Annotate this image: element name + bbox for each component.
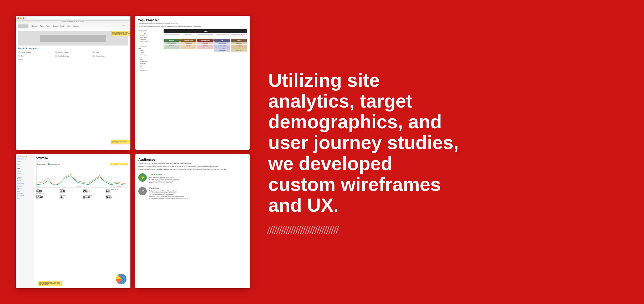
text-area: Utilizing site analytics, target demogra… [258,54,644,250]
sitemap-nav-audiences: Audiences [138,53,161,55]
sitemap-left-nav: Snowflake Mines (1) ▶ Trail Map Lessons … [138,29,161,72]
maximize-dot [23,17,24,19]
stat-users-value: 92,560 [36,190,59,192]
audiences-desc2: However, it's helpful to keep our main a… [138,165,247,167]
stat-pv-value: 567,419 [36,196,59,198]
sitemap-nav-adults: Adults Lessons [138,37,161,38]
grid-item-safety: Mountain Safety [92,55,128,57]
explorers-item3: Are likely to be interested in special d… [149,194,187,195]
sitemap-col-tickets: Tickets & Passes Season Checkout Group S… [180,39,196,52]
stat-sessions: Sessions 174,886 Mobile: 396,328 [83,189,105,194]
plan-header: Plan [214,39,230,42]
wireframe-browser-bar: beavermountain.com [16,16,130,21]
sitemap-nav-event-details: Event Details [138,46,161,48]
analytics-chart: 2018 Jul 2018 Jan 2019 [36,166,128,188]
stat-users: Users 92,560 ▲ New Visitor Mobile Traffi… [36,189,59,194]
sitemap-desc1: The map below illustrates the redistribu… [138,22,247,24]
initiated-name: The Initiated [149,173,179,176]
stat-bounce-value: 32.69% [106,196,129,198]
sitemap-desc2: This map may change further with the rem… [138,26,247,28]
grid-label-food: Food & Beverage [58,55,69,57]
initiated-icon: ⚡ [138,173,147,182]
nav-about: About Us [73,25,79,27]
sitemap-title: Map - Proposed [138,18,247,22]
mountain-sub-location: Location & Hours [164,47,180,49]
col-desc-mountain: Logistics and data for initiated visitor… [164,34,180,38]
audience-initiated: ⚡ The Initiated Have likely skied Beaver… [138,173,247,184]
seasonality-note: Seasonality of traffic is extremely clea… [110,163,128,165]
grid-label-safety: Mountain Safety [96,55,105,57]
sitemap-nav-metrics: Metrics [138,66,161,68]
pie-chart [116,274,126,284]
grid-item-plan: Plan [18,55,54,57]
audiences-screenshot: Audiences The site should do a good job … [135,154,250,288]
mountain-sub-stats: Mountain Stats [164,45,180,47]
sitemap-home: Home [164,29,247,33]
legend-mobile: Users (Mobile Traffic) [48,163,60,165]
analytics-date: Jan 1, 2018 - Jan 31, 2019 [36,160,128,162]
sitemap-nav-tickets2: Tickets & Passes [138,40,161,42]
wireframe-grid: Tickets & Passes Lessons & Rentals Trail… [18,51,128,57]
sitemap-nav-checkout: Checkout [138,42,161,44]
analytics-yellow-note: Desktop users appear less likely to retu… [38,281,62,286]
headline-line7: and UX. [268,195,339,216]
about-sub-diff: Our Difference [231,45,247,47]
initiated-item1: Have likely skied Beaver Mountain before [149,176,179,178]
nav-lessons: Lessons & Rentals [53,25,64,27]
sitemap-col-about: About Us Mountain History Our Difference… [231,39,247,52]
stat-sessionperuser: Number of Sessions per User 1.89 Mobile:… [106,189,129,194]
sidebar-metrics: Metrics [17,191,33,192]
sitemap-nav-kids: Kids Lessons [138,38,161,40]
grid-label-trails: Trails [96,52,99,53]
headline-line4: user journey studies, [268,132,459,153]
svg-text:Jan 2019: Jan 2019 [117,186,122,187]
analytics-legend: Users (Desktop) Users (Mobile Traffic) S… [36,163,128,165]
headline-line2: analytics, target [268,90,412,112]
sitemap-col-plan: Plan Reserve the Mountain Summer at the … [214,39,230,52]
stat-ps-mobile: Mobile: 2.48 [60,198,82,199]
nav-plan: Plan [67,25,70,27]
stat-bounce: Bounce Rate 32.69% Mobile: 46.88% [106,195,129,199]
nav-bar: Mountain Tickets & Passes Lessons & Rent… [16,23,130,29]
stat-users-mobile: Mobile Traffic: 147,295 [36,193,59,194]
main-headline: Utilizing site analytics, target demogra… [268,70,628,216]
explorers-item2: Are likely to be considering other desti… [149,192,187,194]
lessons-sub-private: Private Lessons [197,42,213,44]
explorers-item1: Probably haven't skied Beaver Mountain b… [149,190,187,192]
tickets-header: Tickets & Passes [180,39,196,42]
explorers-item4: Interested in future information more th… [149,196,187,197]
stat-duration: Avg. Session Duration 00:02:06 Mobile: 0… [83,195,105,199]
close-dot [17,17,19,19]
plan-sub-summer: Summer at the Base [214,45,230,47]
sitemap-map-area: Home Logistics and data for initiated vi… [164,29,247,72]
sitemap-nav-comp: ▶ Competition [138,68,161,70]
lessons-sub-kids: Kids Lessons [197,45,213,47]
analytics-stats-row2: Pageviews 567,419 Mobile: 982,276 Pages … [36,195,128,199]
yellow-note-2: Hands may accept the most current import… [111,140,130,144]
sitemap-nav-terrain: Terrain Parks [138,62,161,64]
mountain-sub-weather: Weather Report & Cams [164,42,180,44]
lessons-sub-adult: Adult Lessons [197,47,213,49]
analytics-stats-row1: Users 92,560 ▲ New Visitor Mobile Traffi… [36,189,128,194]
mountain-header: Mountain [164,39,180,42]
minimize-dot [20,17,22,19]
headline-line1: Utilizing site [268,70,380,91]
logo-placeholder [18,24,28,28]
audience-explorers: 🔭 Explorers Probably haven't skied Beave… [138,187,247,199]
tickets-sub-season: Season Checkout [180,42,196,44]
grid-label-tickets: Tickets & Passes [21,52,31,53]
analytics-sidebar: Snowflake Mines (1) Tickets & Passes Les… [16,154,34,288]
desktop-dot [36,163,38,165]
plan-sub-reserve: Reserve the Mountain [214,42,230,44]
explorers-details: Explorers Probably haven't skied Beaver … [149,187,187,199]
about-sub-employ: Employment Opportunities [231,47,247,49]
stat-pv-mobile: Mobile: 982,276 [36,198,59,199]
legend-desktop: Users (Desktop) [36,163,46,165]
sitemap-col-lessons: Lessons & Rentals Private Lessons Kids L… [197,39,213,52]
ticket-icon [18,51,21,54]
food-icon [55,55,58,57]
url-bar: beavermountain.com [27,17,129,19]
sidebar-eldora: Eldora [17,198,33,199]
grid-item-trails: Trails [92,51,128,54]
lessons-header: Lessons & Rentals [197,39,213,42]
